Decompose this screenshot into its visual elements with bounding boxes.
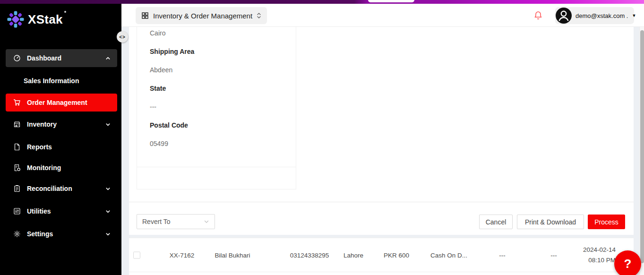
gear-icon	[13, 230, 21, 238]
sidebar-item-reconciliation[interactable]: Reconciliation	[6, 180, 117, 197]
sidebar-item-settings[interactable]: Settings	[6, 225, 117, 242]
card-divider	[137, 167, 296, 167]
shipping-details-card: Cairo Shipping Area Abdeen State --- Pos…	[137, 27, 296, 189]
chevron-down-icon	[105, 122, 111, 127]
app-switcher-button[interactable]: Inventory & Order Management	[136, 7, 267, 24]
chevron-down-icon	[105, 232, 111, 237]
top-accent-strip	[0, 0, 644, 4]
order-detail-panel: Cairo Shipping Area Abdeen State --- Pos…	[129, 27, 634, 235]
sidebar-item-order-management[interactable]: Order Management	[6, 94, 117, 112]
top-tab-peek	[368, 0, 414, 2]
date-line: 2024-02-14	[583, 245, 616, 255]
brand-trademark-dot	[64, 11, 66, 13]
clipboard-icon	[13, 185, 21, 192]
sidebar-item-inventory[interactable]: Inventory	[6, 116, 117, 133]
footer-divider	[129, 202, 634, 202]
sidebar-item-label: Reports	[27, 143, 52, 151]
sliders-icon	[13, 207, 21, 215]
app-switcher-label: Inventory & Order Management	[153, 12, 252, 20]
state-label: State	[150, 84, 166, 93]
cancel-button[interactable]: Cancel	[479, 215, 513, 229]
sidebar-item-label: Settings	[27, 230, 53, 238]
sidebar-item-sales-information[interactable]: Sales Information	[6, 73, 117, 88]
state-value: ---	[150, 103, 156, 111]
sidebar: XStak Dashboard Sales Information Order …	[0, 4, 121, 275]
sidebar-item-dashboard[interactable]: Dashboard	[6, 49, 117, 67]
sidebar-item-label: Reconciliation	[27, 185, 72, 192]
grid-icon	[141, 12, 149, 19]
process-button[interactable]: Process	[588, 215, 625, 229]
user-email: demo@xstak.com .	[575, 12, 628, 19]
chevron-down-icon	[105, 209, 111, 214]
notifications-bell-icon[interactable]	[533, 10, 543, 20]
chevron-down-icon	[105, 186, 111, 191]
sort-updown-icon	[257, 12, 261, 19]
shipping-area-label: Shipping Area	[150, 47, 194, 56]
vertical-scrollbar	[639, 27, 644, 275]
app-root: XStak Dashboard Sales Information Order …	[0, 0, 644, 275]
help-button[interactable]: ?	[614, 250, 641, 275]
customer-name-cell: Bilal Bukhari	[215, 251, 250, 258]
chevron-down-icon	[204, 219, 209, 224]
postal-code-value: 05499	[150, 139, 168, 148]
payment-method-cell: Cash On D...	[430, 251, 467, 258]
gauge-icon	[13, 54, 21, 62]
file-icon	[13, 143, 21, 151]
sidebar-item-label: Dashboard	[27, 54, 61, 62]
caret-down-icon: ▼	[632, 13, 636, 18]
table-row: XX-7162 Bilal Bukhari 03124338295 Lahore…	[129, 238, 634, 272]
print-download-button[interactable]: Print & Download	[517, 215, 584, 229]
scrollbar-thumb[interactable]	[640, 30, 644, 263]
sidebar-item-label: Order Management	[27, 99, 87, 106]
cart-icon	[13, 99, 21, 106]
time-line: 08:10 PM	[583, 255, 616, 266]
sidebar-item-label: Sales Information	[24, 77, 79, 85]
avatar	[556, 8, 572, 24]
main-area: Inventory & Order Management demo@xstak.…	[121, 4, 644, 275]
sidebar-item-reports[interactable]: Reports	[6, 138, 117, 155]
shipping-city-value: Cairo	[150, 29, 165, 37]
row-checkbox[interactable]	[133, 251, 140, 258]
phone-cell: 03124338295	[290, 251, 329, 258]
brand-logo[interactable]: XStak	[7, 10, 63, 28]
sidebar-item-label: Inventory	[27, 120, 57, 128]
sidebar-item-label: Monitoring	[27, 164, 61, 172]
empty-cell: ---	[499, 251, 506, 258]
sidebar-item-label: Utilities	[27, 207, 51, 215]
file-sync-icon	[13, 164, 21, 172]
sidebar-item-utilities[interactable]: Utilities	[6, 203, 117, 220]
store-icon	[13, 120, 21, 128]
city-cell: Lahore	[343, 251, 363, 258]
user-menu[interactable]: demo@xstak.com . ▼	[555, 7, 634, 24]
orders-list: XX-7162 Bilal Bukhari 03124338295 Lahore…	[129, 238, 634, 275]
date-cell: 2024-02-14 08:10 PM	[583, 245, 616, 266]
brand-name: XStak	[28, 12, 63, 27]
order-number-cell: XX-7162	[170, 251, 195, 258]
revert-to-value: Revert To	[142, 218, 171, 225]
postal-code-label: Postal Code	[150, 121, 188, 129]
chevron-up-icon	[105, 56, 111, 61]
sidebar-collapse-toggle[interactable]: <>	[117, 31, 128, 43]
sidebar-item-monitoring[interactable]: Monitoring	[6, 159, 117, 176]
top-header: Inventory & Order Management demo@xstak.…	[121, 4, 644, 27]
shipping-area-value: Abdeen	[150, 66, 172, 74]
amount-cell: PKR 600	[384, 251, 409, 258]
xstak-logo-icon	[7, 10, 25, 28]
revert-to-select[interactable]: Revert To	[137, 214, 215, 229]
empty-cell: ---	[550, 251, 557, 258]
